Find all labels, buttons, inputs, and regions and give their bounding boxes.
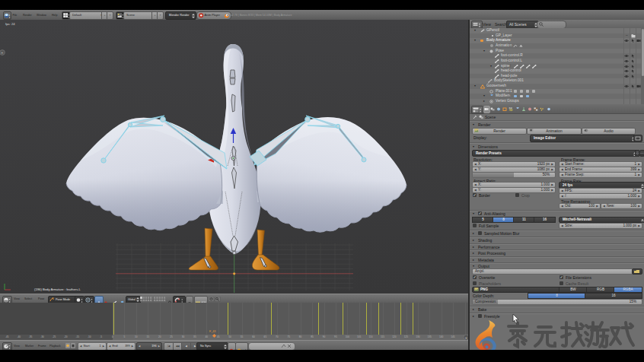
svg-text:+: + (1, 50, 3, 55)
svg-text:+: + (464, 335, 467, 340)
